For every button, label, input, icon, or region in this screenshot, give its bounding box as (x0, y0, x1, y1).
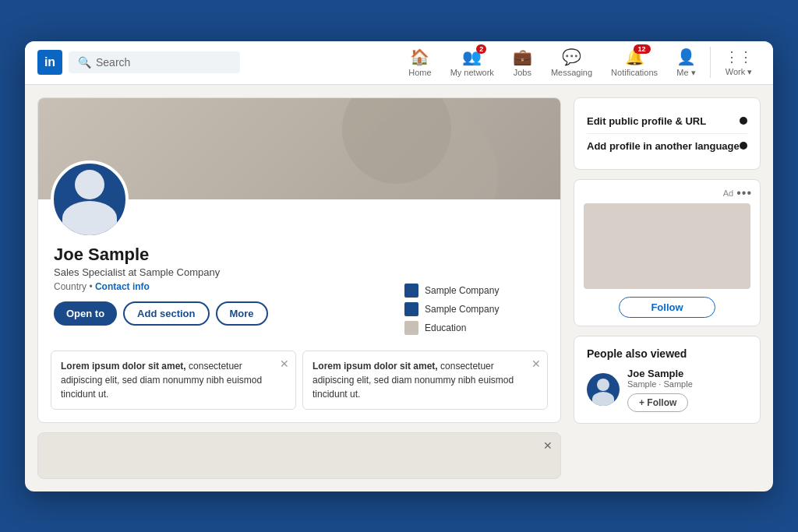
navbar: in 🔍 Search 🏠 Home 👥2 My network 💼 Jobs … (25, 41, 773, 85)
nav-links: 🏠 Home 👥2 My network 💼 Jobs 💬 Messaging … (401, 44, 761, 81)
avatar (51, 160, 129, 238)
location-separator: • (89, 281, 95, 292)
avatar-body (62, 201, 117, 235)
nav-messaging-label: Messaging (551, 68, 592, 77)
notif-card-1: ✕ Lorem ipsum dolor sit amet, consectetu… (51, 351, 296, 410)
messaging-icon: 💬 (562, 48, 581, 66)
more-button[interactable]: More (216, 301, 268, 326)
bottom-card: ✕ (37, 432, 561, 479)
exp-item-2: Sample Company (404, 302, 545, 316)
person-avatar-inner (587, 373, 620, 406)
profile-location: Country • Contact info (54, 281, 392, 292)
ad-card: Ad ••• Follow (574, 179, 761, 326)
exp-color-3 (404, 321, 418, 335)
people-also-viewed-card: People also viewed Joe Sample Sample · S… (574, 336, 761, 424)
browser-window: in 🔍 Search 🏠 Home 👥2 My network 💼 Jobs … (25, 41, 773, 491)
nav-home[interactable]: 🏠 Home (401, 44, 439, 80)
nav-jobs-label: Jobs (514, 68, 531, 77)
right-column: Edit public profile & URL Add profile in… (574, 97, 761, 479)
notif-1-bold: Lorem ipsum dolor sit amet, (61, 361, 186, 372)
dot-icon-2 (740, 142, 747, 150)
exp-label-1: Sample Company (425, 285, 499, 296)
nav-notifications[interactable]: 🔔12 Notifications (603, 44, 666, 80)
network-badge: 2 (476, 44, 486, 54)
person-sub-1: Sample · Sample (627, 379, 747, 389)
person-row-1: Joe Sample Sample · Sample + Follow (587, 368, 747, 412)
person-follow-button-1[interactable]: + Follow (627, 393, 688, 412)
profile-info: Joe Sample Sales Specialist at Sample Co… (54, 245, 392, 335)
profile-link-2-row[interactable]: Add profile in another language (587, 134, 747, 158)
profile-body: Joe Sample Sales Specialist at Sample Co… (38, 199, 560, 347)
profile-link-2-label: Add profile in another language (587, 140, 740, 152)
nav-me[interactable]: 👤 Me ▾ (669, 44, 704, 81)
ad-label: Ad (723, 188, 733, 198)
person-name-1: Joe Sample (627, 368, 747, 379)
profile-links-widget: Edit public profile & URL Add profile in… (574, 97, 761, 170)
exp-label-3: Education (425, 322, 466, 333)
ad-header: Ad ••• (574, 180, 760, 203)
nav-work-label: Work ▾ (726, 67, 753, 77)
notifications-icon: 🔔12 (625, 48, 644, 66)
profile-name: Joe Sample (54, 245, 392, 265)
add-section-button[interactable]: Add section (123, 301, 209, 326)
home-icon: 🏠 (410, 48, 429, 66)
profile-actions: Open to Add section More (54, 301, 392, 326)
person-avatar-head (597, 379, 609, 391)
people-also-viewed-title: People also viewed (587, 347, 747, 360)
avatar-person-shape (54, 164, 125, 235)
exp-color-1 (404, 284, 418, 298)
notif-card-2: ✕ Lorem ipsum dolor sit amet, consectetu… (302, 351, 548, 410)
avatar-wrap (51, 160, 129, 238)
main-area: Joe Sample Sales Specialist at Sample Co… (25, 85, 773, 491)
nav-network-label: My network (450, 68, 494, 77)
exp-item-3: Education (404, 321, 545, 335)
person-avatar-1 (587, 373, 620, 406)
contact-info-link[interactable]: Contact info (95, 281, 150, 292)
search-bar[interactable]: 🔍 Search (69, 51, 240, 73)
profile-title: Sales Specialist at Sample Company (54, 266, 392, 278)
nav-home-label: Home (408, 68, 431, 77)
experience-mini: Sample Company Sample Company Education (404, 284, 545, 335)
work-icon: ⋮⋮ (725, 48, 753, 65)
nav-notifications-label: Notifications (611, 68, 658, 77)
linkedin-logo[interactable]: in (37, 50, 62, 75)
notification-cards: ✕ Lorem ipsum dolor sit amet, consectetu… (38, 347, 560, 422)
ad-follow-button[interactable]: Follow (619, 297, 715, 318)
nav-messaging[interactable]: 💬 Messaging (543, 44, 600, 80)
ad-image (584, 203, 750, 289)
notifications-badge: 12 (634, 44, 651, 54)
ad-options-button[interactable]: ••• (736, 186, 752, 200)
nav-work[interactable]: ⋮⋮ Work ▾ (717, 45, 761, 80)
profile-link-1-label: Edit public profile & URL (587, 115, 706, 127)
exp-label-2: Sample Company (425, 304, 499, 315)
search-placeholder: Search (96, 56, 130, 69)
dot-icon-1 (740, 117, 747, 125)
notif-2-bold: Lorem ipsum dolor sit amet, (312, 361, 438, 372)
location-text: Country (54, 281, 87, 292)
notif-close-2[interactable]: ✕ (531, 356, 541, 372)
open-to-button[interactable]: Open to (54, 301, 117, 326)
me-icon: 👤 (676, 48, 696, 66)
exp-color-2 (404, 302, 418, 316)
nav-jobs[interactable]: 💼 Jobs (505, 44, 540, 80)
notif-close-1[interactable]: ✕ (280, 356, 289, 372)
jobs-icon: 💼 (513, 48, 532, 66)
nav-me-label: Me ▾ (676, 68, 695, 78)
exp-item-1: Sample Company (404, 284, 545, 298)
nav-network[interactable]: 👥2 My network (443, 44, 502, 80)
avatar-head (75, 170, 104, 199)
bottom-card-close[interactable]: ✕ (543, 439, 553, 452)
person-info-1: Joe Sample Sample · Sample + Follow (627, 368, 747, 412)
network-icon: 👥2 (462, 48, 482, 66)
main-column: Joe Sample Sales Specialist at Sample Co… (37, 97, 561, 479)
search-icon: 🔍 (78, 56, 91, 69)
profile-link-1-row[interactable]: Edit public profile & URL (587, 109, 747, 134)
person-avatar-body (592, 392, 614, 406)
profile-card: Joe Sample Sales Specialist at Sample Co… (37, 97, 561, 423)
